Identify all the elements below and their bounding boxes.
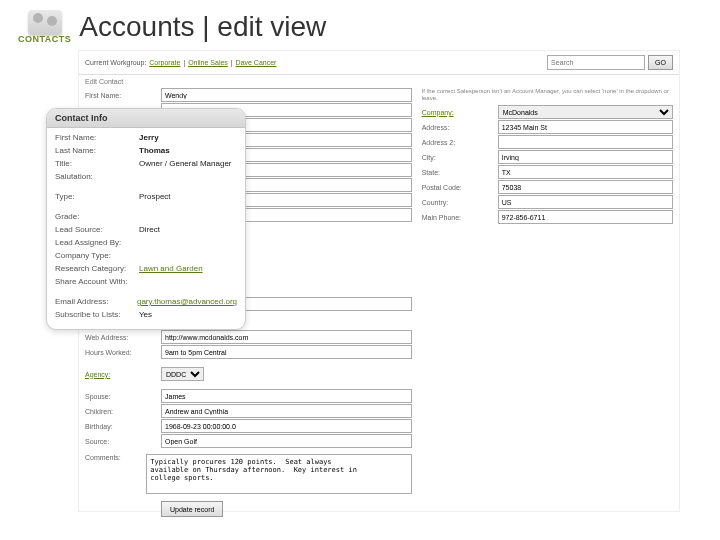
lbl-source: Source: <box>85 438 161 445</box>
first-name-input[interactable] <box>161 88 412 102</box>
lbl-children: Children: <box>85 408 161 415</box>
c-lbl-share: Share Account With: <box>55 276 139 288</box>
c-val-ctype <box>139 250 237 262</box>
agency-select[interactable]: DDDC <box>161 367 204 381</box>
salesperson-hint: If the correct Salesperson isn't an Acco… <box>422 88 673 102</box>
c-lbl-subscribe: Subscribe to Lists: <box>55 309 139 321</box>
workgroup-link-corporate[interactable]: Corporate <box>149 59 180 66</box>
lbl-address: Address: <box>422 124 498 131</box>
c-lbl-title: Title: <box>55 158 139 170</box>
city-input[interactable] <box>498 150 673 164</box>
lbl-country: Country: <box>422 199 498 206</box>
c-val-salut <box>139 171 237 183</box>
c-val-share <box>139 276 237 288</box>
c-val-subscribe: Yes <box>139 309 237 321</box>
lbl-spouse: Spouse: <box>85 393 161 400</box>
slide-title: Accounts | edit view <box>79 11 326 43</box>
lbl-first-name: First Name: <box>85 92 161 99</box>
c-lbl-assigned: Lead Assigned By: <box>55 237 139 249</box>
web-input[interactable] <box>161 330 412 344</box>
c-val-grade <box>139 211 237 223</box>
spouse-input[interactable] <box>161 389 412 403</box>
contact-info-card: Contact Info First Name:Jerry Last Name:… <box>46 108 246 330</box>
state-input[interactable] <box>498 165 673 179</box>
contacts-logo: CONTACTS <box>18 10 71 44</box>
c-val-type: Prospect <box>139 191 237 203</box>
c-val-first: Jerry <box>139 132 237 144</box>
address2-input[interactable] <box>498 135 673 149</box>
c-val-assigned <box>139 237 237 249</box>
lbl-postal: Postal Code: <box>422 184 498 191</box>
c-lbl-ctype: Company Type: <box>55 250 139 262</box>
main-phone-input[interactable] <box>498 210 673 224</box>
slide-header: CONTACTS Accounts | edit view <box>18 10 710 44</box>
workgroup-link-dave[interactable]: Dave Cancer <box>236 59 277 66</box>
postal-input[interactable] <box>498 180 673 194</box>
lbl-main-phone: Main Phone: <box>422 214 498 221</box>
section-title: Edit Contact <box>79 75 679 88</box>
c-lbl-lead: Lead Source: <box>55 224 139 236</box>
c-val-email[interactable]: gary.thomas@advanced.org <box>137 296 237 308</box>
children-input[interactable] <box>161 404 412 418</box>
country-input[interactable] <box>498 195 673 209</box>
topbar: Current Workgroup: Corporate | Online Sa… <box>79 51 679 75</box>
birthday-input[interactable] <box>161 419 412 433</box>
c-lbl-grade: Grade: <box>55 211 139 223</box>
c-val-title: Owner / General Manager <box>139 158 237 170</box>
go-button[interactable]: GO <box>648 55 673 70</box>
hours-input[interactable] <box>161 345 412 359</box>
c-lbl-type: Type: <box>55 191 139 203</box>
lbl-web: Web Address: <box>85 334 161 341</box>
search-input[interactable] <box>547 55 645 70</box>
update-record-button[interactable]: Update record <box>161 501 223 517</box>
lbl-city: City: <box>422 154 498 161</box>
lbl-address2: Address 2: <box>422 139 498 146</box>
c-lbl-last: Last Name: <box>55 145 139 157</box>
workgroup-link-online-sales[interactable]: Online Sales <box>188 59 228 66</box>
search-wrap: GO <box>547 55 673 70</box>
company-select[interactable]: McDonalds <box>498 105 673 119</box>
c-val-last: Thomas <box>139 145 237 157</box>
c-val-lead: Direct <box>139 224 237 236</box>
c-lbl-first: First Name: <box>55 132 139 144</box>
people-icon <box>28 10 62 34</box>
workgroup-breadcrumb: Current Workgroup: Corporate | Online Sa… <box>85 59 277 66</box>
address-input[interactable] <box>498 120 673 134</box>
c-val-research[interactable]: Lawn and Garden <box>139 263 237 275</box>
lbl-agency[interactable]: Agency: <box>85 371 161 378</box>
source-input[interactable] <box>161 434 412 448</box>
c-lbl-salut: Salutation: <box>55 171 139 183</box>
right-column: If the correct Salesperson isn't an Acco… <box>422 88 673 517</box>
lbl-birthday: Birthday: <box>85 423 161 430</box>
lbl-comments: Comments: <box>85 454 146 461</box>
c-lbl-research: Research Category: <box>55 263 139 275</box>
c-lbl-email: Email Address: <box>55 296 137 308</box>
comments-textarea[interactable]: Typically procures 120 points. Seat alwa… <box>146 454 411 494</box>
lbl-hours: Hours Worked: <box>85 349 161 356</box>
contacts-logo-label: CONTACTS <box>18 34 71 44</box>
card-heading: Contact Info <box>47 109 245 128</box>
lbl-company[interactable]: Company: <box>422 109 498 116</box>
lbl-state: State: <box>422 169 498 176</box>
